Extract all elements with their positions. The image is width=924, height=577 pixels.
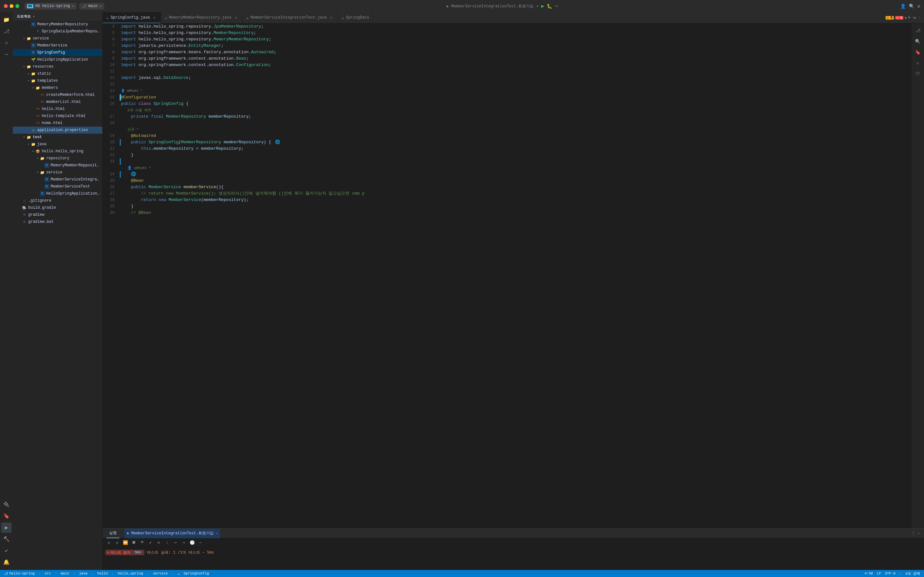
branch-selector[interactable]: ⎇ main ▾ xyxy=(79,3,104,10)
tab-nav-up-icon[interactable]: ▲ xyxy=(905,16,907,19)
tree-item-java-test[interactable]: ▾ 📁 java xyxy=(13,141,102,148)
tab-more-icon[interactable]: ⋮ xyxy=(918,16,921,20)
eye-icon[interactable]: 👁 xyxy=(139,539,145,546)
tab-overflow-icon[interactable]: ≫ xyxy=(913,16,917,20)
project-selector[interactable]: HS HS hello-spring ▾ xyxy=(24,3,77,10)
tree-item-memory-repo-test[interactable]: C MemoryMemberReppositoryTest xyxy=(13,162,102,169)
tree-item-member-service-integration-test[interactable]: C MemberServiceIntegrationTest xyxy=(13,176,102,183)
tree-item-members[interactable]: ▾ 📁 members xyxy=(13,84,102,91)
step-over-icon[interactable]: ⏩ xyxy=(122,539,129,546)
rerun-failed-icon[interactable]: ↺ xyxy=(113,539,121,546)
tree-item-spring-data-jpa[interactable]: I SpringDataJpaMemberRepository xyxy=(13,28,102,35)
tree-item-static[interactable]: ▸ 📁 static xyxy=(13,70,102,77)
tree-item-home-html[interactable]: <> home.html xyxy=(13,119,102,127)
debug-icon[interactable]: 🐛 xyxy=(547,3,552,9)
git-diff-icon[interactable]: ⎇ xyxy=(913,26,922,35)
tab-close-icon[interactable]: ✕ xyxy=(233,15,238,20)
tree-item-application-properties[interactable]: ⚙ application.properties xyxy=(13,127,102,134)
editor-with-scrollbar: 4 import hello.hello_spring.repository.J… xyxy=(103,23,924,528)
code-area[interactable]: 4 import hello.hello_spring.repository.J… xyxy=(103,23,911,528)
tree-item-member-service[interactable]: C MemberService xyxy=(13,42,102,49)
tree-item-hello-spring-app[interactable]: 🌱 HelloSpringApplication xyxy=(13,56,102,63)
tree-item-hello-spring-app-tests[interactable]: C HelloSpringApplicationTests xyxy=(13,190,102,197)
tree-item-gitignore[interactable]: ◌ .gitignore xyxy=(13,197,102,204)
tab-memory-member-repository[interactable]: ☕ MemoryMemberRepository.java ✕ xyxy=(161,12,242,23)
more-toolbar-icon[interactable]: ⋯ xyxy=(197,539,204,546)
search-right-icon[interactable]: 🔍 xyxy=(913,37,922,46)
tree-item-service-test-folder[interactable]: ▾ 📁 service xyxy=(13,169,102,176)
status-position[interactable]: 4:58 xyxy=(865,572,873,575)
run-button[interactable]: ▶ xyxy=(541,3,544,9)
cross-icon[interactable]: ⊘ xyxy=(155,539,162,546)
shield-right-icon[interactable]: 🛡 xyxy=(913,69,922,79)
user-icon[interactable]: 👤 xyxy=(900,3,906,9)
more-options-icon[interactable]: ⋯ xyxy=(555,3,558,9)
sidebar-header: 프로젝트 ▾ xyxy=(13,12,102,21)
tree-label: MemoryMemberRepository xyxy=(37,22,100,27)
tab-spring-data[interactable]: ☕ SpringData xyxy=(338,12,373,23)
run-test-close-icon[interactable]: ✕ xyxy=(216,532,218,535)
tree-item-hello-spring-pkg[interactable]: ▾ 📦 hello.hello_spring xyxy=(13,148,102,155)
tab-close-icon[interactable]: ✕ xyxy=(152,15,157,20)
tab-member-service-integration-test[interactable]: ☕ MemberServiceIntegrationTest.java ✕ xyxy=(242,12,338,23)
bottom-minimize-icon[interactable]: − xyxy=(918,531,920,536)
sidebar-tree[interactable]: C MemoryMemberRepository I SpringDataJpa… xyxy=(13,21,102,570)
bookmarks-right-icon[interactable]: 🔖 xyxy=(913,48,922,57)
todo-icon[interactable]: ✔ xyxy=(1,546,11,556)
tab-spring-config[interactable]: ☕ SpringConfig.java ✕ xyxy=(103,12,161,23)
tree-item-build-gradle[interactable]: 🐘 build.gradle xyxy=(13,204,102,211)
notification-icon[interactable]: 🔔 xyxy=(1,557,11,567)
check-icon[interactable]: ✓ xyxy=(147,539,154,546)
code-content: import hello.hello_spring.repository.Mem… xyxy=(121,36,911,43)
git-icon[interactable]: ⎇ xyxy=(1,26,11,37)
tab-close-icon[interactable]: ✕ xyxy=(328,15,334,20)
tree-item-resources[interactable]: ▾ 📁 resources xyxy=(13,63,102,70)
bookmark-icon[interactable]: 🔖 xyxy=(1,511,11,521)
status-lf[interactable]: LF xyxy=(877,572,881,575)
tree-item-test[interactable]: ▾ 📁 test xyxy=(13,134,102,141)
build-icon[interactable]: 🔨 xyxy=(1,534,11,544)
tree-item-spring-config[interactable]: C SpringConfig xyxy=(13,49,102,56)
settings-icon[interactable]: ⚙ xyxy=(918,3,920,9)
structure-right-icon[interactable]: ⚛ xyxy=(913,59,922,68)
run-debug-icon[interactable]: ▶ xyxy=(1,522,11,533)
sort-icon[interactable]: ↕ xyxy=(164,539,171,546)
stop-icon[interactable]: ⏹ xyxy=(130,539,137,546)
tab-nav-down-icon[interactable]: ▼ xyxy=(908,16,910,19)
git-branch-icon: ⎇ xyxy=(82,4,86,9)
tree-item-gradlew-bat[interactable]: ≡ gradlew.bat xyxy=(13,218,102,226)
bottom-tab-run[interactable]: 실행 xyxy=(107,529,120,538)
tree-item-member-list[interactable]: <> memberList.html xyxy=(13,98,102,105)
minimize-button[interactable] xyxy=(10,4,13,8)
search-icon[interactable]: 🔍 xyxy=(909,3,914,9)
plugins-icon[interactable]: 🔌 xyxy=(1,500,11,510)
tree-item-hello-template[interactable]: <> hello-template.html xyxy=(13,113,102,119)
maximize-button[interactable] xyxy=(15,4,19,8)
structure-icon[interactable]: ⚛ xyxy=(1,38,11,48)
tree-item-repo-test-folder[interactable]: ▾ 📁 repository xyxy=(13,155,102,162)
status-separator3: › xyxy=(73,572,75,575)
close-button[interactable] xyxy=(4,4,8,8)
tree-item-templates[interactable]: ▾ 📁 templates xyxy=(13,77,102,84)
folder-arrow-icon: ▸ xyxy=(26,72,31,76)
tree-item-memory-member-repo[interactable]: C MemoryMemberRepository xyxy=(13,21,102,28)
tree-item-gradlew[interactable]: ≡ gradlew xyxy=(13,211,102,218)
status-encoding[interactable]: UTF-8 xyxy=(885,572,895,575)
run-test-tab[interactable]: ▶ MemberServiceIntegrationTest.회원가입 ✕ xyxy=(124,529,220,538)
code-line-19-annotation: 신규 * xyxy=(105,126,911,133)
next-fail-icon[interactable]: ↪ xyxy=(180,539,187,546)
tree-item-hello-html[interactable]: <> hello.html xyxy=(13,105,102,113)
tree-item-create-member-form[interactable]: <> createMemberForm.html xyxy=(13,91,102,98)
bottom-more-icon[interactable]: ⋮ xyxy=(911,530,916,536)
status-branch[interactable]: ⎇ hello-spring xyxy=(4,572,35,576)
tree-item-service-folder[interactable]: ▾ 📁 service xyxy=(13,35,102,42)
tree-item-member-service-test[interactable]: C MemberServiceTest xyxy=(13,183,102,190)
prev-fail-icon[interactable]: ↩ xyxy=(172,539,179,546)
status-indent[interactable]: 4개 공백 xyxy=(905,571,920,576)
more-tools-icon[interactable]: ⋯ xyxy=(1,49,11,60)
folder-icon[interactable]: 📁 xyxy=(1,15,11,25)
rerun-icon[interactable]: ↺ xyxy=(105,539,112,546)
sidebar-dropdown-icon[interactable]: ▾ xyxy=(33,15,35,19)
timer-icon[interactable]: 🕐 xyxy=(189,539,196,546)
status-left: ⎇ hello-spring › src › main › java › hel… xyxy=(4,572,209,576)
